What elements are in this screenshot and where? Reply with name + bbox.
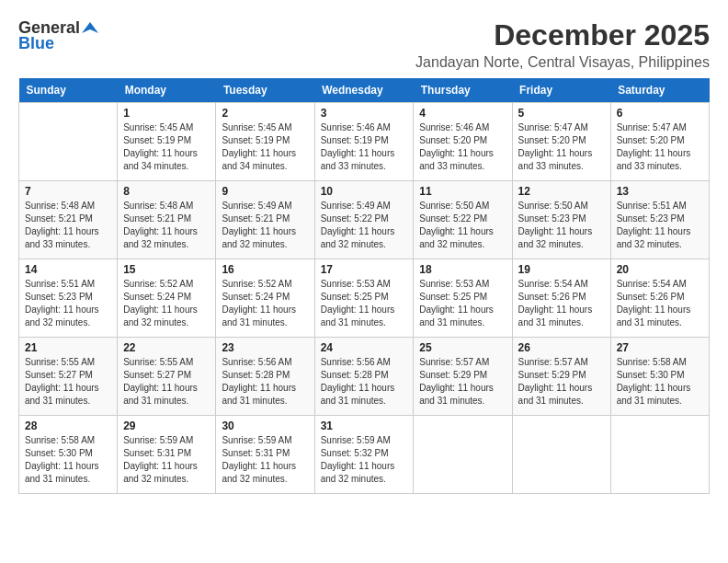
day-number: 27 xyxy=(617,341,703,354)
calendar-day-cell: 27Sunrise: 5:58 AM Sunset: 5:30 PM Dayli… xyxy=(610,338,709,416)
calendar-day-cell xyxy=(512,416,610,494)
calendar-day-cell: 15Sunrise: 5:52 AM Sunset: 5:24 PM Dayli… xyxy=(118,259,216,338)
day-number: 17 xyxy=(321,263,408,276)
day-number: 20 xyxy=(617,263,703,276)
day-number: 1 xyxy=(123,107,210,120)
day-number: 16 xyxy=(222,263,308,276)
day-info: Sunrise: 5:49 AM Sunset: 5:21 PM Dayligh… xyxy=(222,200,308,251)
calendar-day-cell: 25Sunrise: 5:57 AM Sunset: 5:29 PM Dayli… xyxy=(414,338,512,416)
logo-blue: Blue xyxy=(18,34,54,53)
day-info: Sunrise: 5:56 AM Sunset: 5:28 PM Dayligh… xyxy=(321,356,408,408)
day-info: Sunrise: 5:46 AM Sunset: 5:20 PM Dayligh… xyxy=(419,121,506,173)
day-number: 7 xyxy=(25,185,111,198)
calendar-day-cell: 20Sunrise: 5:54 AM Sunset: 5:26 PM Dayli… xyxy=(610,259,709,338)
day-info: Sunrise: 5:46 AM Sunset: 5:19 PM Dayligh… xyxy=(321,121,408,173)
day-info: Sunrise: 5:45 AM Sunset: 5:19 PM Dayligh… xyxy=(123,121,210,173)
day-number: 31 xyxy=(321,419,408,432)
day-info: Sunrise: 5:59 AM Sunset: 5:31 PM Dayligh… xyxy=(222,434,308,486)
day-info: Sunrise: 5:52 AM Sunset: 5:24 PM Dayligh… xyxy=(222,278,308,329)
day-info: Sunrise: 5:53 AM Sunset: 5:25 PM Dayligh… xyxy=(321,278,408,329)
day-info: Sunrise: 5:57 AM Sunset: 5:29 PM Dayligh… xyxy=(419,356,506,408)
day-info: Sunrise: 5:50 AM Sunset: 5:22 PM Dayligh… xyxy=(419,200,506,251)
day-number: 19 xyxy=(518,263,605,276)
calendar-day-cell: 28Sunrise: 5:58 AM Sunset: 5:30 PM Dayli… xyxy=(19,416,118,494)
logo-bird-icon xyxy=(82,20,98,37)
calendar-week-row: 14Sunrise: 5:51 AM Sunset: 5:23 PM Dayli… xyxy=(19,259,710,338)
day-number: 28 xyxy=(25,419,111,432)
calendar-day-cell: 5Sunrise: 5:47 AM Sunset: 5:20 PM Daylig… xyxy=(512,103,610,181)
calendar-day-cell: 21Sunrise: 5:55 AM Sunset: 5:27 PM Dayli… xyxy=(19,338,118,416)
calendar-day-cell: 22Sunrise: 5:55 AM Sunset: 5:27 PM Dayli… xyxy=(118,338,216,416)
day-number: 21 xyxy=(25,341,111,354)
weekday-header-friday: Friday xyxy=(512,78,610,103)
day-number: 6 xyxy=(617,107,703,120)
weekday-header-saturday: Saturday xyxy=(610,78,709,103)
day-number: 8 xyxy=(123,185,210,198)
calendar-day-cell: 4Sunrise: 5:46 AM Sunset: 5:20 PM Daylig… xyxy=(414,103,512,181)
logo: General Blue xyxy=(18,18,98,53)
title-area: December 2025 Jandayan Norte, Central Vi… xyxy=(415,18,710,71)
day-number: 18 xyxy=(419,263,506,276)
day-number: 30 xyxy=(222,419,308,432)
weekday-header-wednesday: Wednesday xyxy=(314,78,414,103)
calendar-day-cell: 19Sunrise: 5:54 AM Sunset: 5:26 PM Dayli… xyxy=(512,259,610,338)
calendar-header-row: SundayMondayTuesdayWednesdayThursdayFrid… xyxy=(19,78,710,103)
day-number: 11 xyxy=(419,185,506,198)
weekday-header-monday: Monday xyxy=(118,78,216,103)
day-info: Sunrise: 5:58 AM Sunset: 5:30 PM Dayligh… xyxy=(25,434,111,486)
calendar-week-row: 1Sunrise: 5:45 AM Sunset: 5:19 PM Daylig… xyxy=(19,103,710,181)
day-info: Sunrise: 5:47 AM Sunset: 5:20 PM Dayligh… xyxy=(617,121,703,173)
day-info: Sunrise: 5:47 AM Sunset: 5:20 PM Dayligh… xyxy=(518,121,605,173)
day-number: 13 xyxy=(617,185,703,198)
calendar-day-cell: 7Sunrise: 5:48 AM Sunset: 5:21 PM Daylig… xyxy=(19,181,118,259)
day-info: Sunrise: 5:57 AM Sunset: 5:29 PM Dayligh… xyxy=(518,356,605,408)
day-info: Sunrise: 5:54 AM Sunset: 5:26 PM Dayligh… xyxy=(617,278,703,329)
day-number: 4 xyxy=(419,107,506,120)
day-info: Sunrise: 5:58 AM Sunset: 5:30 PM Dayligh… xyxy=(617,356,703,408)
calendar-day-cell xyxy=(414,416,512,494)
day-number: 24 xyxy=(321,341,408,354)
day-number: 5 xyxy=(518,107,605,120)
day-number: 23 xyxy=(222,341,308,354)
day-number: 2 xyxy=(222,107,308,120)
day-number: 22 xyxy=(123,341,210,354)
calendar-day-cell: 17Sunrise: 5:53 AM Sunset: 5:25 PM Dayli… xyxy=(314,259,414,338)
day-info: Sunrise: 5:59 AM Sunset: 5:31 PM Dayligh… xyxy=(123,434,210,486)
calendar-day-cell: 3Sunrise: 5:46 AM Sunset: 5:19 PM Daylig… xyxy=(314,103,414,181)
calendar-week-row: 7Sunrise: 5:48 AM Sunset: 5:21 PM Daylig… xyxy=(19,181,710,259)
calendar-week-row: 21Sunrise: 5:55 AM Sunset: 5:27 PM Dayli… xyxy=(19,338,710,416)
day-info: Sunrise: 5:55 AM Sunset: 5:27 PM Dayligh… xyxy=(25,356,111,408)
day-number: 9 xyxy=(222,185,308,198)
calendar-table: SundayMondayTuesdayWednesdayThursdayFrid… xyxy=(18,78,710,494)
calendar-day-cell: 2Sunrise: 5:45 AM Sunset: 5:19 PM Daylig… xyxy=(216,103,314,181)
day-info: Sunrise: 5:52 AM Sunset: 5:24 PM Dayligh… xyxy=(123,278,210,329)
day-number: 15 xyxy=(123,263,210,276)
calendar-day-cell: 14Sunrise: 5:51 AM Sunset: 5:23 PM Dayli… xyxy=(19,259,118,338)
calendar-day-cell: 13Sunrise: 5:51 AM Sunset: 5:23 PM Dayli… xyxy=(610,181,709,259)
calendar-day-cell: 23Sunrise: 5:56 AM Sunset: 5:28 PM Dayli… xyxy=(216,338,314,416)
day-number: 29 xyxy=(123,419,210,432)
calendar-day-cell xyxy=(610,416,709,494)
day-info: Sunrise: 5:50 AM Sunset: 5:23 PM Dayligh… xyxy=(518,200,605,251)
weekday-header-sunday: Sunday xyxy=(19,78,118,103)
calendar-day-cell: 18Sunrise: 5:53 AM Sunset: 5:25 PM Dayli… xyxy=(414,259,512,338)
day-info: Sunrise: 5:48 AM Sunset: 5:21 PM Dayligh… xyxy=(25,200,111,251)
day-info: Sunrise: 5:59 AM Sunset: 5:32 PM Dayligh… xyxy=(321,434,408,486)
calendar-day-cell: 11Sunrise: 5:50 AM Sunset: 5:22 PM Dayli… xyxy=(414,181,512,259)
day-info: Sunrise: 5:45 AM Sunset: 5:19 PM Dayligh… xyxy=(222,121,308,173)
day-number: 12 xyxy=(518,185,605,198)
location-title: Jandayan Norte, Central Visayas, Philipp… xyxy=(415,54,710,71)
calendar-day-cell: 31Sunrise: 5:59 AM Sunset: 5:32 PM Dayli… xyxy=(314,416,414,494)
svg-marker-0 xyxy=(82,22,98,33)
calendar-week-row: 28Sunrise: 5:58 AM Sunset: 5:30 PM Dayli… xyxy=(19,416,710,494)
day-info: Sunrise: 5:54 AM Sunset: 5:26 PM Dayligh… xyxy=(518,278,605,329)
day-info: Sunrise: 5:51 AM Sunset: 5:23 PM Dayligh… xyxy=(617,200,703,251)
day-info: Sunrise: 5:56 AM Sunset: 5:28 PM Dayligh… xyxy=(222,356,308,408)
calendar-day-cell: 30Sunrise: 5:59 AM Sunset: 5:31 PM Dayli… xyxy=(216,416,314,494)
calendar-day-cell: 29Sunrise: 5:59 AM Sunset: 5:31 PM Dayli… xyxy=(118,416,216,494)
calendar-day-cell: 9Sunrise: 5:49 AM Sunset: 5:21 PM Daylig… xyxy=(216,181,314,259)
page-header: General Blue December 2025 Jandayan Nort… xyxy=(18,18,710,71)
calendar-day-cell: 8Sunrise: 5:48 AM Sunset: 5:21 PM Daylig… xyxy=(118,181,216,259)
day-info: Sunrise: 5:55 AM Sunset: 5:27 PM Dayligh… xyxy=(123,356,210,408)
calendar-day-cell: 16Sunrise: 5:52 AM Sunset: 5:24 PM Dayli… xyxy=(216,259,314,338)
